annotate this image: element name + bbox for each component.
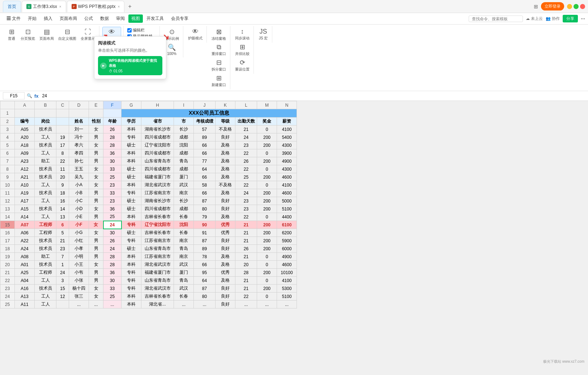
cell-9-11[interactable]: 25 bbox=[235, 173, 257, 181]
ribbon-zoom-btn[interactable]: 🔍 100% bbox=[165, 42, 178, 57]
col-header-j[interactable]: J bbox=[194, 101, 216, 109]
cell-4-4[interactable]: 男 bbox=[89, 133, 103, 141]
cell-17-8[interactable]: 南京 bbox=[174, 237, 194, 245]
col-header-a[interactable]: A bbox=[15, 101, 35, 109]
cell-16-10[interactable]: 优秀 bbox=[216, 229, 235, 237]
cell-17-4[interactable]: 男 bbox=[89, 237, 103, 245]
cell-4-11[interactable]: 24 bbox=[235, 133, 257, 141]
cell-23-9[interactable]: 87 bbox=[194, 285, 216, 293]
cell-24-13[interactable]: 5100 bbox=[277, 293, 297, 301]
cell-12-9[interactable]: 87 bbox=[194, 197, 216, 205]
cell-14-12[interactable]: 0 bbox=[257, 213, 277, 221]
maximize-button[interactable] bbox=[574, 4, 579, 9]
cell-11-8[interactable]: 南京 bbox=[174, 189, 194, 197]
cell-23-0[interactable]: A16 bbox=[15, 285, 35, 293]
cell-20-11[interactable]: 20 bbox=[235, 261, 257, 269]
header-xingming[interactable]: 姓名 bbox=[69, 118, 89, 125]
cell-24-3[interactable]: 张三 bbox=[69, 293, 89, 301]
cell-13-7[interactable]: 四川省成都市 bbox=[141, 205, 174, 213]
ribbon-sync-scroll[interactable]: ↕ 同步滚动 bbox=[233, 27, 251, 42]
cell-24-6[interactable]: 本科 bbox=[122, 293, 141, 301]
cell-18-4[interactable]: 男 bbox=[89, 245, 103, 253]
cell-15-12[interactable]: 200 bbox=[257, 221, 277, 229]
header-gangwei[interactable]: 岗位 bbox=[35, 118, 56, 125]
ribbon-reset-btn[interactable]: ⟳ 重设位置 bbox=[233, 57, 251, 73]
cell-18-5[interactable]: 24 bbox=[103, 245, 122, 253]
cell-6-4[interactable]: 男 bbox=[89, 149, 103, 157]
cell-14-4[interactable]: 男 bbox=[89, 213, 103, 221]
cell-3-3[interactable]: 刘一 bbox=[69, 125, 89, 133]
cell-8-4[interactable]: 女 bbox=[89, 165, 103, 173]
search-input[interactable] bbox=[469, 16, 523, 22]
cell-13-8[interactable]: 成都 bbox=[174, 205, 194, 213]
cell-8-5[interactable]: 33 bbox=[103, 165, 122, 173]
cell-21-7[interactable]: 福建省厦门市 bbox=[141, 269, 174, 277]
cell-10-5[interactable]: 23 bbox=[103, 181, 122, 189]
cell-21-1[interactable]: 工程师 bbox=[35, 269, 56, 277]
cell-8-6[interactable]: 硕士 bbox=[122, 165, 141, 173]
cell-15-9[interactable]: 90 bbox=[194, 221, 216, 229]
cell-23-7[interactable]: 湖北省武汉市 bbox=[141, 285, 174, 293]
cell-20-8[interactable]: 武汉 bbox=[174, 261, 194, 269]
cell-18-1[interactable]: 技术员 bbox=[35, 245, 56, 253]
cell-23-4[interactable]: 女 bbox=[89, 285, 103, 293]
menu-formula[interactable]: 公式 bbox=[81, 14, 97, 23]
cell-12-12[interactable]: 200 bbox=[257, 197, 277, 205]
cell-6-1[interactable]: 工人 bbox=[35, 149, 56, 157]
cell-12-10[interactable]: 良好 bbox=[216, 197, 235, 205]
cell-23-12[interactable]: 200 bbox=[257, 285, 277, 293]
tooltip-video[interactable]: ▶ WPS表格的阅读模式便于查找表格 ⏱ 01:05 bbox=[98, 56, 162, 75]
cell-7-7[interactable]: 山东省青岛市 bbox=[141, 157, 174, 165]
cell-8-7[interactable]: 四川省成都市 bbox=[141, 165, 174, 173]
cell-6-2[interactable]: 8 bbox=[56, 149, 69, 157]
cell-22-7[interactable]: 山东省青岛市 bbox=[141, 277, 174, 285]
cell-13-9[interactable]: 80 bbox=[194, 205, 216, 213]
cell-16-0[interactable]: A06 bbox=[15, 229, 35, 237]
cell-25-5[interactable]: ... bbox=[103, 301, 122, 308]
cell-13-10[interactable]: 良好 bbox=[216, 205, 235, 213]
cell-16-11[interactable]: 21 bbox=[235, 229, 257, 237]
cell-19-11[interactable]: 21 bbox=[235, 253, 257, 261]
cell-17-3[interactable]: 小红 bbox=[69, 237, 89, 245]
cell-6-6[interactable]: 本科 bbox=[122, 149, 141, 157]
cell-25-6[interactable]: 本科 bbox=[122, 301, 141, 308]
cell-11-10[interactable]: 及格 bbox=[216, 189, 235, 197]
cell-15-1[interactable]: 工程师 bbox=[35, 221, 56, 229]
cell-5-8[interactable]: 沈阳 bbox=[174, 141, 194, 149]
cell-13-11[interactable]: 23 bbox=[235, 205, 257, 213]
cell-17-11[interactable]: 21 bbox=[235, 237, 257, 245]
cell-18-10[interactable]: 良好 bbox=[216, 245, 235, 253]
header-xueli[interactable]: 学历 bbox=[122, 118, 141, 125]
cell-c1[interactable] bbox=[56, 109, 69, 118]
cell-e1[interactable] bbox=[89, 109, 103, 118]
cell-22-6[interactable]: 专科 bbox=[122, 277, 141, 285]
cell-21-2[interactable]: 24 bbox=[56, 269, 69, 277]
cell-7-3[interactable]: 孙七 bbox=[69, 157, 89, 165]
cell-24-11[interactable]: 22 bbox=[235, 293, 257, 301]
cell-16-1[interactable]: 工程师 bbox=[35, 229, 56, 237]
cell-3-10[interactable]: 不及格 bbox=[216, 125, 235, 133]
cell-14-11[interactable]: 22 bbox=[235, 213, 257, 221]
cell-7-10[interactable]: 及格 bbox=[216, 157, 235, 165]
cell-19-5[interactable]: 28 bbox=[103, 253, 122, 261]
tab-home[interactable]: 首页 bbox=[3, 1, 21, 12]
cell-f1[interactable] bbox=[103, 109, 122, 118]
cell-9-12[interactable]: 200 bbox=[257, 173, 277, 181]
cell-6-5[interactable]: 36 bbox=[103, 149, 122, 157]
cell-8-1[interactable]: 技术员 bbox=[35, 165, 56, 173]
cell-20-3[interactable]: 小王 bbox=[69, 261, 89, 269]
cell-16-7[interactable]: 吉林省长春市 bbox=[141, 229, 174, 237]
cell-16-6[interactable]: 硕士 bbox=[122, 229, 141, 237]
cell-5-4[interactable]: 女 bbox=[89, 141, 103, 149]
menu-vip[interactable]: 会员专享 bbox=[167, 14, 192, 23]
cell-15-2[interactable]: 6 bbox=[56, 221, 69, 229]
cell-20-10[interactable]: 及格 bbox=[216, 261, 235, 269]
cell-9-10[interactable]: 及格 bbox=[216, 173, 235, 181]
cell-16-13[interactable]: 6200 bbox=[277, 229, 297, 237]
cell-13-3[interactable]: 小D bbox=[69, 205, 89, 213]
cell-4-5[interactable]: 28 bbox=[103, 133, 122, 141]
cell-10-0[interactable]: A10 bbox=[15, 181, 35, 189]
cell-15-8[interactable]: 沈阳 bbox=[174, 221, 194, 229]
grid-icon[interactable]: ⊞ bbox=[534, 4, 538, 9]
ribbon-compare-btn[interactable]: ⊞ 并排比较 bbox=[233, 42, 251, 57]
